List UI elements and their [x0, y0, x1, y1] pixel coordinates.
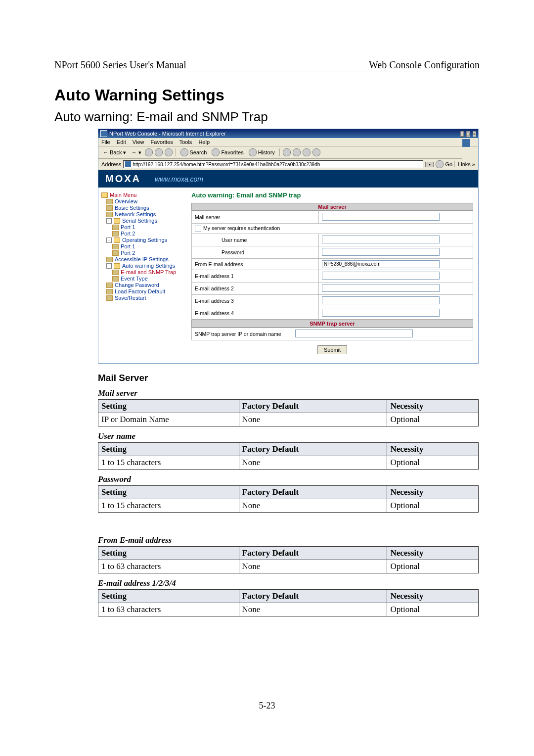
- heading-2: Auto warning: E-mail and SNMP Trap: [54, 109, 480, 125]
- sidebar-auto-warning[interactable]: Auto warning Settings: [122, 263, 175, 269]
- td-setting: IP or Domain Name: [98, 413, 239, 426]
- input-email2[interactable]: [322, 284, 440, 292]
- sidebar-basic[interactable]: Basic Settings: [115, 205, 149, 211]
- content-area: Auto warning: Email and SNMP trap Mail s…: [186, 188, 478, 363]
- label-snmp-server: SNMP trap server IP or domain name: [192, 328, 292, 340]
- links-label[interactable]: Links »: [454, 161, 475, 167]
- back-button[interactable]: ← Back ▾: [101, 149, 128, 156]
- minimize-button[interactable]: _: [460, 131, 464, 137]
- maximize-button[interactable]: □: [466, 131, 470, 137]
- folder-icon: [114, 263, 120, 269]
- search-button[interactable]: Search: [179, 148, 209, 157]
- address-label: Address: [101, 161, 121, 167]
- refresh-icon[interactable]: [155, 148, 163, 156]
- brand-banner: MOXA www.moxa.com: [98, 170, 478, 188]
- sidebar-event-type[interactable]: Event Type: [121, 276, 148, 282]
- stop-icon[interactable]: [145, 148, 153, 156]
- sidebar-accessible-ip[interactable]: Accessible IP Settings: [115, 256, 169, 262]
- home-icon[interactable]: [165, 148, 173, 156]
- section-snmp-server: SNMP trap server: [191, 320, 473, 328]
- input-snmp-server[interactable]: [295, 330, 413, 337]
- menu-help[interactable]: Help: [198, 139, 210, 145]
- label-username: User name: [192, 234, 319, 246]
- td-default: None: [239, 413, 387, 426]
- browser-screenshot: NPort Web Console - Microsoft Internet E…: [98, 129, 479, 364]
- sidebar-operating[interactable]: Operating Settings: [122, 237, 167, 243]
- input-password[interactable]: [322, 248, 440, 256]
- snmp-form-table: SNMP trap server IP or domain name: [191, 328, 473, 340]
- folder-icon: [106, 257, 113, 262]
- sidebar-change-password[interactable]: Change Password: [115, 282, 159, 288]
- sublabel-mailserver: Mail server: [98, 388, 480, 398]
- folder-icon: [106, 289, 113, 294]
- input-email3[interactable]: [322, 296, 440, 304]
- heading-3: Mail Server: [98, 373, 480, 383]
- sidebar-serial-port1[interactable]: Port 1: [121, 224, 135, 230]
- sidebar-serial-port2[interactable]: Port 2: [121, 231, 135, 236]
- sidebar-email-snmp[interactable]: E-mail and SNMP Trap: [121, 269, 176, 275]
- sidebar-network[interactable]: Network Settings: [115, 211, 156, 217]
- menu-file[interactable]: File: [101, 139, 110, 145]
- input-from-email[interactable]: NP5230_686@moxa.com: [322, 260, 440, 268]
- sidebar-serial[interactable]: Serial Settings: [122, 218, 157, 224]
- folder-icon: [106, 295, 113, 301]
- favorites-button[interactable]: Favorites: [210, 148, 245, 157]
- input-email4[interactable]: [322, 309, 440, 317]
- checkbox-auth[interactable]: [195, 226, 201, 232]
- tree-collapse-icon[interactable]: -: [106, 218, 112, 224]
- menu-bar: File Edit View Favorites Tools Help: [98, 138, 478, 146]
- address-bar: Address http://192.168.127.254/home.htm?…: [98, 159, 478, 170]
- page-header: NPort 5600 Series User's Manual Web Cons…: [54, 59, 480, 72]
- folder-icon: [114, 237, 120, 243]
- ie-logo-icon: [462, 139, 470, 147]
- label-mailserver: Mail server: [192, 211, 319, 224]
- label-password: Password: [192, 246, 319, 258]
- window-titlebar: NPort Web Console - Microsoft Internet E…: [98, 129, 478, 138]
- folder-icon: [112, 225, 119, 230]
- sidebar: Main Menu Overview Basic Settings Networ…: [98, 188, 186, 363]
- tree-collapse-icon[interactable]: -: [106, 237, 112, 243]
- discuss-icon[interactable]: [312, 148, 320, 156]
- close-button[interactable]: ×: [473, 131, 476, 137]
- history-button[interactable]: History: [247, 148, 276, 157]
- address-dropdown-icon[interactable]: ▾: [425, 162, 434, 167]
- address-input[interactable]: http://192.168.127.254/home.htm?Password…: [123, 160, 423, 168]
- heading-1: Auto Warning Settings: [54, 86, 480, 104]
- input-email1[interactable]: [322, 272, 440, 280]
- window-title: NPort Web Console - Microsoft Internet E…: [109, 131, 226, 137]
- menu-favorites[interactable]: Favorites: [151, 139, 173, 145]
- print-icon[interactable]: [293, 148, 301, 156]
- label-email4: E-mail address 4: [192, 307, 319, 319]
- sublabel-from: From E-mail address: [98, 535, 480, 545]
- sidebar-save-restart[interactable]: Save/Restart: [115, 295, 146, 301]
- table-mailserver: SettingFactory DefaultNecessity IP or Do…: [98, 399, 479, 426]
- toolbar: ← Back ▾ → ▾ Search Favorites History: [98, 146, 462, 159]
- mail-icon[interactable]: [283, 148, 291, 156]
- sidebar-overview[interactable]: Overview: [115, 198, 137, 204]
- sidebar-op-port2[interactable]: Port 2: [121, 250, 135, 256]
- chapter-title: Web Console Configuration: [369, 59, 480, 71]
- menu-edit[interactable]: Edit: [117, 139, 126, 145]
- sidebar-op-port1[interactable]: Port 1: [121, 243, 135, 249]
- label-email3: E-mail address 3: [192, 294, 319, 307]
- menu-tools[interactable]: Tools: [179, 139, 192, 145]
- label-email2: E-mail address 2: [192, 282, 319, 294]
- section-mail-server: Mail server: [191, 203, 473, 211]
- sublabel-password: Password: [98, 474, 480, 484]
- forward-button[interactable]: → ▾: [130, 149, 142, 156]
- th-setting: Setting: [98, 399, 239, 413]
- sublabel-username: User name: [98, 431, 480, 441]
- label-email1: E-mail address 1: [192, 270, 319, 282]
- th-default: Factory Default: [239, 399, 387, 413]
- go-button[interactable]: Go: [436, 160, 452, 168]
- submit-button[interactable]: Submit: [317, 345, 347, 354]
- table-username: SettingFactory DefaultNecessity 1 to 15 …: [98, 442, 479, 470]
- menu-view[interactable]: View: [133, 139, 144, 145]
- tree-collapse-icon[interactable]: -: [106, 263, 112, 269]
- table-password: SettingFactory DefaultNecessity 1 to 15 …: [98, 485, 479, 513]
- input-username[interactable]: [322, 236, 440, 243]
- sidebar-load-default[interactable]: Load Factory Default: [115, 288, 165, 294]
- input-mailserver[interactable]: [322, 213, 440, 221]
- brand-url: www.moxa.com: [155, 175, 203, 183]
- edit-icon[interactable]: [303, 148, 311, 156]
